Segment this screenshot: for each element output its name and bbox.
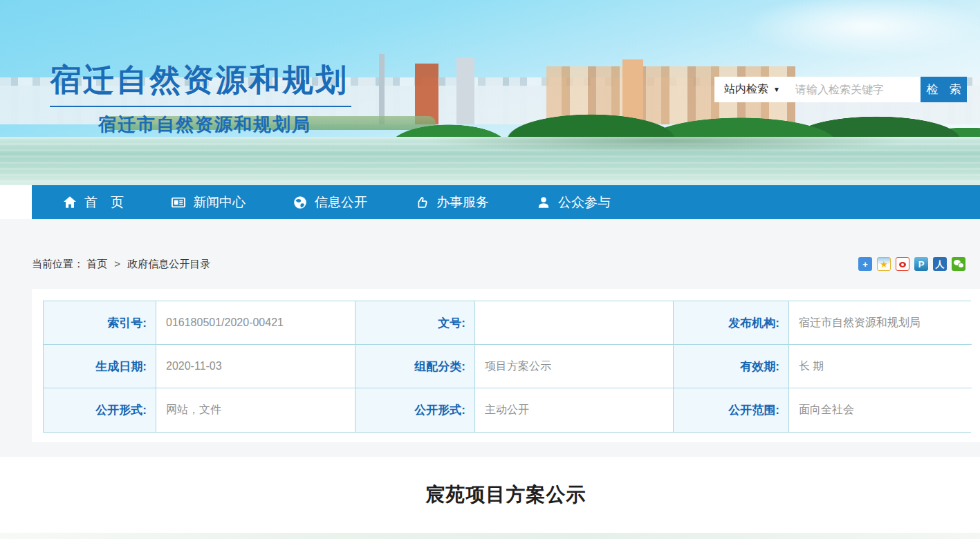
nav-item-label: 首 页 [84, 193, 124, 211]
meta-value-disclosure-mode: 主动公开 [475, 388, 674, 432]
meta-label-issuing-agency: 发布机构: [674, 301, 789, 345]
share-bar: + ★ P 人 [858, 257, 965, 271]
newspaper-icon [171, 195, 186, 210]
meta-label-doc-no: 文号: [355, 301, 475, 345]
nav-item-services[interactable]: 办事服务 [414, 193, 489, 211]
main-nav: 首 页 新闻中心 信息公开 办事服务 公众参与 [32, 185, 980, 219]
wechat-share-icon[interactable] [952, 257, 965, 271]
weibo-share-icon[interactable] [896, 257, 909, 271]
qzone-share-icon[interactable]: ★ [877, 257, 891, 271]
page: 宿迁自然资源和规划 宿迁市自然资源和规划局 站内检索 ▼ 检 索 首 页 新闻中… [0, 0, 980, 539]
meta-label-disclosure-form: 公开形式: [44, 388, 156, 432]
nav-item-label: 信息公开 [315, 193, 367, 211]
meta-value-doc-no [475, 301, 674, 345]
thumbs-up-icon [414, 195, 429, 210]
meta-value-issuing-agency: 宿迁市自然资源和规划局 [789, 301, 972, 345]
site-logo: 宿迁自然资源和规划 宿迁市自然资源和规划局 [50, 59, 351, 137]
search-scope-label: 站内检索 [724, 82, 768, 97]
chevron-down-icon: ▼ [773, 86, 780, 93]
meta-label-category: 组配分类: [355, 345, 475, 388]
search-box: 站内检索 ▼ [714, 77, 921, 102]
search-scope-dropdown[interactable]: 站内检索 ▼ [714, 82, 787, 97]
banner-water [0, 137, 980, 185]
site-title: 宿迁自然资源和规划 [50, 59, 351, 101]
banner-cloud [692, 0, 980, 76]
nav-item-info-disclosure[interactable]: 信息公开 [293, 193, 367, 211]
site-search: 站内检索 ▼ 检 索 [714, 77, 967, 102]
user-icon [536, 195, 551, 210]
meta-value-category: 项目方案公示 [475, 345, 674, 388]
home-icon [62, 195, 77, 210]
content-section: 当前位置： 首页 > 政府信息公开目录 + ★ P 人 索引号: 0161805… [0, 219, 980, 457]
nav-item-news[interactable]: 新闻中心 [171, 193, 246, 211]
breadcrumb-separator: > [114, 258, 120, 270]
breadcrumb-row: 当前位置： 首页 > 政府信息公开目录 + ★ P 人 [0, 219, 980, 271]
meta-label-validity: 有效期: [674, 345, 789, 388]
meta-value-generated-date: 2020-11-03 [156, 345, 355, 388]
breadcrumb-link-home[interactable]: 首页 [86, 258, 107, 270]
site-subtitle: 宿迁市自然资源和规划局 [98, 113, 351, 137]
article-area: 宸苑项目方案公示 [0, 457, 980, 508]
breadcrumb-prefix: 当前位置： [32, 258, 84, 270]
nav-item-label: 公众参与 [558, 193, 611, 211]
article-title: 宸苑项目方案公示 [32, 457, 980, 508]
nav-item-public-participation[interactable]: 公众参与 [536, 193, 611, 211]
meta-label-index-no: 索引号: [44, 301, 156, 345]
meta-value-index-no: 016180501/2020-00421 [156, 301, 355, 345]
nav-item-label: 新闻中心 [193, 193, 246, 211]
nav-item-home[interactable]: 首 页 [62, 193, 124, 211]
share-add-icon[interactable]: + [858, 257, 872, 271]
renren-share-icon[interactable]: 人 [933, 257, 947, 271]
info-card: 索引号: 016180501/2020-00421 文号: 发布机构: 宿迁市自… [32, 289, 980, 442]
meta-value-disclosure-scope: 面向全社会 [789, 388, 972, 432]
logo-divider [50, 106, 351, 107]
meta-value-validity: 长 期 [789, 345, 972, 388]
document-meta-table: 索引号: 016180501/2020-00421 文号: 发布机构: 宿迁市自… [43, 301, 971, 433]
search-input[interactable] [787, 78, 939, 101]
breadcrumb: 当前位置： 首页 > 政府信息公开目录 [32, 258, 210, 271]
meta-label-disclosure-scope: 公开范围: [674, 388, 789, 432]
globe-icon [293, 195, 308, 210]
pengyou-share-icon[interactable]: P [914, 257, 928, 271]
breadcrumb-link-directory[interactable]: 政府信息公开目录 [127, 258, 210, 270]
below-fold-content-edge [0, 533, 980, 539]
search-button[interactable]: 检 索 [921, 77, 967, 102]
nav-item-label: 办事服务 [436, 193, 489, 211]
meta-label-disclosure-mode: 公开形式: [355, 388, 475, 432]
meta-label-generated-date: 生成日期: [44, 345, 156, 388]
meta-value-disclosure-form: 网站，文件 [156, 388, 355, 432]
banner-image: 宿迁自然资源和规划 宿迁市自然资源和规划局 站内检索 ▼ 检 索 [0, 0, 980, 185]
